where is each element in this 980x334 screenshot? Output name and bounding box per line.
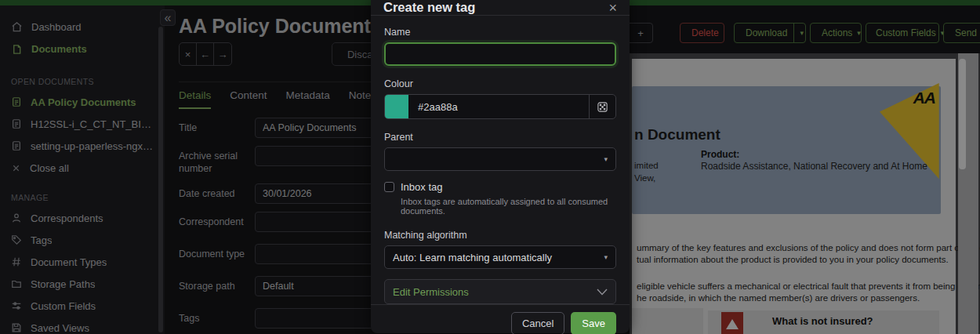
inbox-tag-hint: Inbox tags are automatically assigned to… — [401, 197, 616, 216]
edit-permissions-label: Edit Permissions — [393, 286, 469, 298]
close-icon[interactable]: × — [608, 1, 617, 15]
colour-hex-value[interactable]: #2aa88a — [408, 95, 589, 118]
inbox-tag-label: Inbox tag — [401, 181, 443, 193]
inbox-tag-row: Inbox tag — [384, 181, 616, 193]
inbox-tag-checkbox[interactable] — [384, 182, 394, 192]
name-label: Name — [384, 27, 616, 38]
chevron-down-icon — [597, 289, 608, 296]
save-button[interactable]: Save — [571, 312, 616, 334]
edit-permissions-toggle[interactable]: Edit Permissions — [384, 279, 616, 304]
modal-header: Create new tag × — [371, 0, 630, 16]
app-root: Dashboard Documents OPEN DOCUMENTS AA Po… — [0, 0, 980, 334]
random-colour-button[interactable] — [589, 95, 615, 118]
colour-swatch — [385, 95, 408, 118]
modal-title: Create new tag — [383, 0, 475, 15]
parent-select[interactable]: ▾ — [384, 147, 616, 171]
colour-label: Colour — [384, 78, 616, 89]
create-tag-modal: Create new tag × Name Colour #2aa88a Par… — [371, 0, 630, 333]
matching-algorithm-label: Matching algorithm — [384, 230, 616, 241]
matching-algorithm-select[interactable]: Auto: Learn matching automatically ▾ — [384, 245, 616, 269]
matching-algorithm-value: Auto: Learn matching automatically — [393, 252, 552, 263]
parent-label: Parent — [384, 132, 616, 143]
tag-name-input[interactable] — [384, 42, 616, 66]
cancel-button[interactable]: Cancel — [511, 312, 564, 334]
chevron-down-icon: ▾ — [604, 253, 608, 261]
modal-body: Name Colour #2aa88a Parent ▾ Inbox tag I… — [371, 16, 630, 304]
modal-footer: Cancel Save — [371, 304, 630, 334]
dice-icon — [597, 101, 608, 113]
colour-input-group: #2aa88a — [384, 94, 616, 119]
chevron-down-icon: ▾ — [604, 155, 608, 163]
